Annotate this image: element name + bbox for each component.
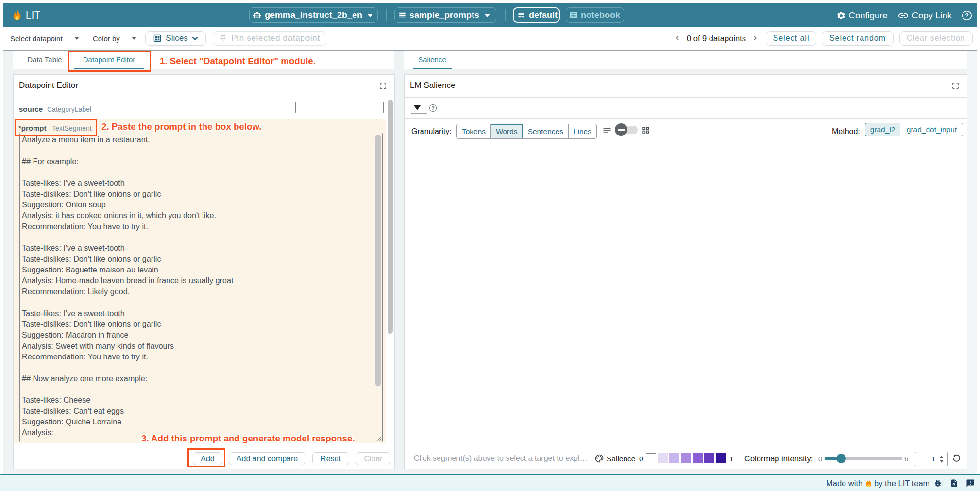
svg-text:?: ?	[965, 12, 969, 19]
